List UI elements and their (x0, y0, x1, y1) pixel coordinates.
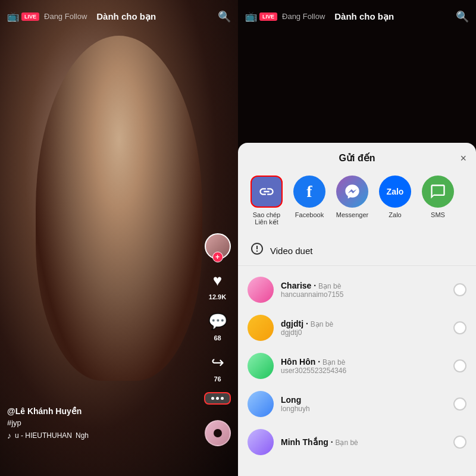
share-icon: ↪ (206, 351, 229, 374)
friend-name-0: Charise · Bạn bè (281, 281, 446, 290)
friend-name-4: Minh Thắng · Bạn bè (281, 437, 446, 447)
facebook-label: Facebook (295, 211, 324, 218)
right-tv-icon: 📺 (245, 11, 257, 22)
left-header: 📺 LIVE Đang Follow Dành cho bạn 🔍 (0, 0, 238, 33)
music-row: ♪ u - HIEUTHUHAN Ngh (7, 431, 89, 440)
heart-icon: ♥ (206, 269, 229, 292)
facebook-icon: f (293, 176, 325, 208)
creator-username: @Lê Khánh Huyền (7, 406, 89, 416)
share-messenger[interactable]: Messenger (333, 176, 371, 218)
dot-2 (216, 397, 219, 400)
duet-icon (250, 242, 264, 259)
right-header: 📺 LIVE Đang Follow Dành cho bạn 🔍 (238, 0, 476, 33)
dot-3 (221, 397, 224, 400)
friend-info-0: Charise · Bạn bèhancuannaimo7155 (281, 281, 446, 299)
share-icons-row: Sao chépLiên kết f Facebook Messenger Z (238, 171, 476, 236)
copy-link-icon (250, 176, 283, 208)
right-tab-for-you[interactable]: Dành cho bạn (334, 11, 394, 22)
left-header-tabs: Đang Follow Dành cho bạn (44, 11, 218, 22)
modal-header: Gửi đến × (238, 152, 476, 171)
friend-info-1: dgjdtj · Bạn bèdgjdtj0 (281, 319, 446, 337)
dot-1 (211, 397, 214, 400)
live-badge: LIVE (21, 12, 39, 21)
friend-item-3[interactable]: Longlonghuyh (238, 385, 476, 423)
right-search-icon[interactable]: 🔍 (456, 10, 469, 23)
follow-plus-icon: + (212, 252, 223, 262)
share-copy-link[interactable]: Sao chépLiên kết (248, 176, 286, 226)
creator-avatar-wrap[interactable]: + (205, 233, 231, 259)
friend-avatar-4 (248, 429, 274, 455)
sms-label: SMS (431, 211, 445, 218)
disc-center (214, 429, 222, 437)
friend-radio-4[interactable] (453, 436, 466, 449)
friend-item-4[interactable]: Minh Thắng · Bạn bè (238, 423, 476, 461)
copy-link-label: Sao chépLiên kết (253, 211, 280, 226)
friend-avatar-1 (248, 315, 274, 341)
likes-count: 12.9K (209, 293, 226, 300)
face-overlay (36, 36, 202, 381)
video-duet-row[interactable]: Video duet (238, 236, 476, 266)
right-actions: + ♥ 12.9K 💬 68 ↪ 76 (204, 233, 231, 405)
comment-icon: 💬 (206, 310, 229, 333)
friend-username-1: dgjdtj0 (281, 328, 446, 337)
friend-item-0[interactable]: Charise · Bạn bèhancuannaimo7155 (238, 271, 476, 309)
friend-name-2: Hôn Hôn · Bạn bè (281, 357, 446, 367)
tv-icon: 📺 (7, 11, 19, 22)
friend-info-4: Minh Thắng · Bạn bè (281, 437, 446, 447)
messenger-label: Messenger (336, 211, 368, 218)
share-sms[interactable]: SMS (419, 176, 457, 218)
right-tab-follow[interactable]: Đang Follow (282, 12, 325, 21)
friend-avatar-2 (248, 353, 274, 379)
friend-info-2: Hôn Hôn · Bạn bèuser3025523254346 (281, 357, 446, 375)
more-options-button[interactable] (204, 392, 231, 405)
modal-title: Gửi đến (339, 152, 375, 164)
friend-item-1[interactable]: dgjdtj · Bạn bèdgjdtj0 (238, 309, 476, 347)
right-header-tabs: Đang Follow Dành cho bạn (282, 11, 456, 22)
friend-username-0: hancuannaimo7155 (281, 290, 446, 299)
friend-radio-2[interactable] (453, 359, 466, 372)
right-live-badge: LIVE (259, 12, 277, 21)
share-facebook[interactable]: f Facebook (290, 176, 328, 218)
share-modal: Gửi đến × Sao chépLiên kết f Facebook (238, 143, 476, 476)
comments-count: 68 (214, 334, 221, 342)
left-tab-for-you[interactable]: Dành cho bạn (96, 11, 156, 22)
friend-radio-3[interactable] (453, 397, 466, 411)
friend-name-1: dgjdtj · Bạn bè (281, 319, 446, 328)
friend-list: Charise · Bạn bèhancuannaimo7155dgjdtj ·… (238, 271, 476, 461)
friend-radio-0[interactable] (453, 283, 466, 296)
music-text: u - HIEUTHUHAN (15, 431, 72, 440)
left-tab-follow[interactable]: Đang Follow (44, 12, 87, 21)
hashtag: #jyp (7, 418, 89, 427)
comment-button[interactable]: 💬 68 (206, 310, 229, 342)
friend-username-3: longhuyh (281, 405, 446, 413)
bottom-info: @Lê Khánh Huyền #jyp ♪ u - HIEUTHUHAN Ng… (7, 406, 89, 440)
friend-avatar-3 (248, 391, 274, 417)
sms-icon (422, 176, 454, 208)
friend-name-3: Long (281, 395, 446, 405)
zalo-label: Zalo (389, 211, 401, 218)
music-note-icon: ♪ (7, 431, 11, 440)
music-disc (205, 420, 231, 446)
duet-label: Video duet (270, 246, 312, 256)
friend-info-3: Longlonghuyh (281, 395, 446, 413)
shares-count: 76 (214, 375, 221, 383)
friend-avatar-0 (248, 277, 274, 303)
friend-radio-1[interactable] (453, 321, 466, 334)
zalo-icon: Zalo (379, 176, 411, 208)
share-zalo[interactable]: Zalo Zalo (376, 176, 414, 218)
close-button[interactable]: × (460, 152, 466, 165)
right-video-panel: 📺 LIVE Đang Follow Dành cho bạn 🔍 Gửi đế… (238, 0, 476, 476)
friend-username-2: user3025523254346 (281, 367, 446, 375)
like-button[interactable]: ♥ 12.9K (206, 269, 229, 300)
friend-item-2[interactable]: Hôn Hôn · Bạn bèuser3025523254346 (238, 347, 476, 385)
left-search-icon[interactable]: 🔍 (218, 10, 231, 23)
messenger-icon (336, 176, 368, 208)
share-button[interactable]: ↪ 76 (206, 351, 229, 383)
music-suffix: Ngh (76, 431, 89, 440)
left-video-panel: 📺 LIVE Đang Follow Dành cho bạn 🔍 + ♥ 12… (0, 0, 238, 476)
